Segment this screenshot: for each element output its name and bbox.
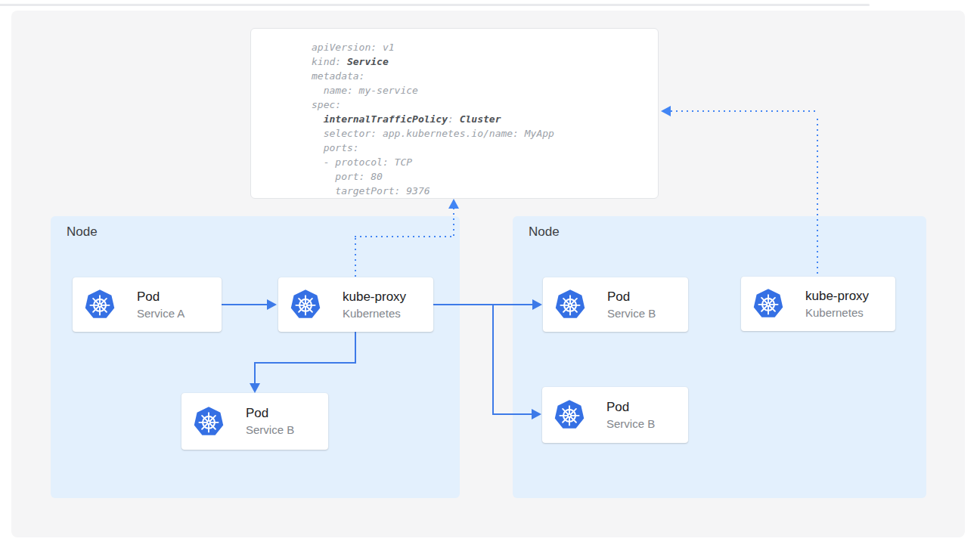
- card-title: kube-proxy: [805, 288, 869, 304]
- kubernetes-icon: [554, 289, 586, 320]
- arrowhead-right-icon: [532, 409, 541, 419]
- card-title: Pod: [246, 405, 294, 421]
- arrowhead-right-icon: [532, 299, 542, 310]
- service-yaml-card: apiVersion: v1kind: Servicemetadata: nam…: [250, 28, 659, 199]
- top-divider-rule: [0, 4, 870, 6]
- pod-card-service-b-right-top: Pod Service B: [543, 277, 688, 332]
- connector-kube-proxy-down: [355, 332, 356, 364]
- connector-down-to-pod-b-left: [254, 362, 256, 384]
- dotted-left-horizontal: [355, 236, 455, 237]
- connector-branch-to-right-pod-bottom: [492, 413, 532, 415]
- kube-proxy-card-right: kube-proxy Kubernetes: [741, 277, 895, 331]
- node-label: Node: [67, 224, 98, 240]
- kubernetes-icon: [554, 399, 585, 431]
- card-subtitle: Service B: [607, 306, 656, 321]
- dotted-right-kube-proxy-up: [817, 119, 818, 277]
- arrowhead-down-icon: [250, 383, 260, 393]
- dotted-left-up-to-yaml: [453, 208, 454, 236]
- card-subtitle: Kubernetes: [805, 305, 869, 320]
- arrowhead-left-icon: [661, 106, 671, 116]
- arrowhead-right-icon: [267, 299, 277, 310]
- kubernetes-icon: [752, 288, 784, 320]
- connector-pod-a-to-kube-proxy: [222, 304, 268, 305]
- kubernetes-icon: [84, 289, 116, 320]
- connector-kube-proxy-to-right-pod-top: [433, 304, 533, 305]
- connector-kube-proxy-left: [254, 362, 356, 364]
- card-subtitle: Service B: [246, 423, 294, 438]
- card-subtitle: Kubernetes: [343, 306, 406, 321]
- kube-proxy-card-left: kube-proxy Kubernetes: [278, 277, 433, 332]
- card-title: Pod: [137, 289, 185, 305]
- card-subtitle: Service A: [137, 306, 185, 321]
- dotted-right-horizontal: [671, 110, 818, 112]
- card-subtitle: Service B: [606, 416, 655, 432]
- kubernetes-internal-traffic-policy-diagram: apiVersion: v1kind: Servicemetadata: nam…: [0, 0, 980, 551]
- kubernetes-icon: [193, 406, 225, 438]
- connector-branch-down: [492, 305, 494, 414]
- card-title: Pod: [607, 289, 656, 305]
- node-box-right: Node: [513, 216, 926, 498]
- arrowhead-up-icon: [448, 199, 459, 209]
- service-yaml-code: apiVersion: v1kind: Servicemetadata: nam…: [312, 40, 658, 198]
- card-title: Pod: [606, 399, 655, 415]
- dotted-left-kube-proxy-up: [355, 238, 356, 277]
- kubernetes-icon: [290, 289, 321, 320]
- node-box-left: Node: [51, 216, 460, 498]
- pod-card-service-b-right-bottom: Pod Service B: [542, 387, 688, 443]
- node-label: Node: [529, 224, 560, 240]
- pod-card-service-a: Pod Service A: [73, 277, 222, 332]
- pod-card-service-b-left: Pod Service B: [181, 393, 328, 450]
- card-title: kube-proxy: [343, 289, 406, 305]
